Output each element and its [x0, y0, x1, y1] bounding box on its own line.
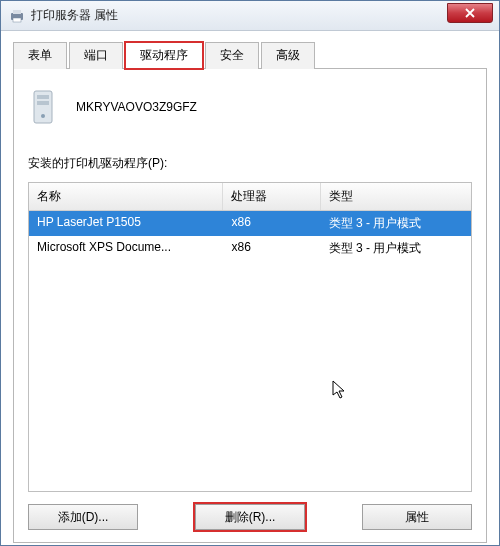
remove-button[interactable]: 删除(R)... [195, 504, 305, 530]
titlebar: 打印服务器 属性 [1, 1, 499, 31]
tab-security[interactable]: 安全 [205, 42, 259, 69]
driver-rows: HP LaserJet P1505 x86 类型 3 - 用户模式 Micros… [29, 211, 471, 491]
svg-point-6 [41, 114, 45, 118]
tab-forms[interactable]: 表单 [13, 42, 67, 69]
close-icon [465, 8, 475, 18]
tabstrip: 表单 端口 驱动程序 安全 高级 [13, 41, 487, 69]
printer-icon [9, 8, 25, 24]
driver-name: HP LaserJet P1505 [29, 211, 223, 236]
properties-button[interactable]: 属性 [362, 504, 472, 530]
tab-drivers[interactable]: 驱动程序 [125, 42, 203, 69]
driver-type: 类型 3 - 用户模式 [321, 211, 471, 236]
driver-type: 类型 3 - 用户模式 [321, 236, 471, 261]
server-name: MKRYVAOVO3Z9GFZ [76, 100, 197, 114]
column-headers: 名称 处理器 类型 [29, 183, 471, 211]
column-name[interactable]: 名称 [29, 183, 223, 210]
svg-rect-1 [13, 10, 21, 14]
server-tower-icon [28, 89, 58, 125]
close-button[interactable] [447, 3, 493, 23]
add-button[interactable]: 添加(D)... [28, 504, 138, 530]
client-area: 表单 端口 驱动程序 安全 高级 MKRYVAOVO3Z9GFZ 安装的打印机驱… [1, 31, 499, 545]
driver-processor: x86 [223, 211, 320, 236]
svg-rect-4 [37, 95, 49, 99]
window-title: 打印服务器 属性 [31, 7, 118, 24]
driver-name: Microsoft XPS Docume... [29, 236, 223, 261]
driver-row[interactable]: Microsoft XPS Docume... x86 类型 3 - 用户模式 [29, 236, 471, 261]
column-type[interactable]: 类型 [321, 183, 471, 210]
section-label: 安装的打印机驱动程序(P): [28, 155, 472, 172]
column-processor[interactable]: 处理器 [223, 183, 320, 210]
driver-row[interactable]: HP LaserJet P1505 x86 类型 3 - 用户模式 [29, 211, 471, 236]
server-row: MKRYVAOVO3Z9GFZ [28, 89, 472, 125]
dialog-window: 打印服务器 属性 表单 端口 驱动程序 安全 高级 MKRYVAOVO3Z9GF… [0, 0, 500, 546]
tab-ports[interactable]: 端口 [69, 42, 123, 69]
tab-advanced[interactable]: 高级 [261, 42, 315, 69]
svg-rect-2 [13, 18, 21, 22]
drivers-pane: MKRYVAOVO3Z9GFZ 安装的打印机驱动程序(P): 名称 处理器 类型… [13, 69, 487, 543]
driver-processor: x86 [223, 236, 320, 261]
driver-listview[interactable]: 名称 处理器 类型 HP LaserJet P1505 x86 类型 3 - 用… [28, 182, 472, 492]
button-row: 添加(D)... 删除(R)... 属性 [28, 504, 472, 530]
svg-rect-5 [37, 101, 49, 105]
